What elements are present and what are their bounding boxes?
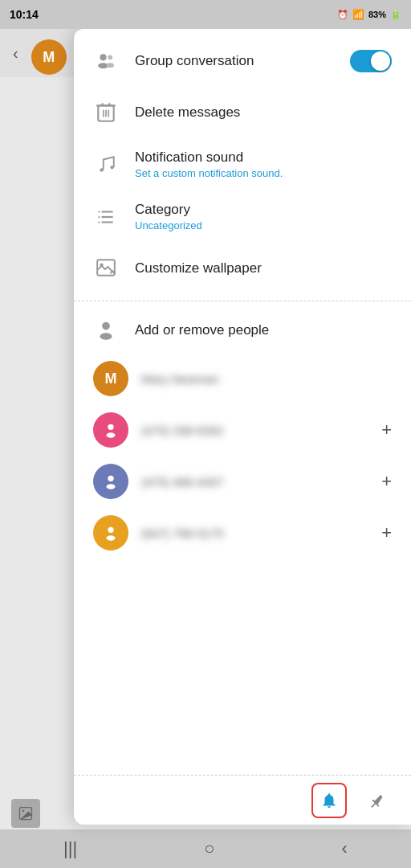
bottom-nav: ||| ○ ‹: [0, 829, 411, 868]
menu-item-group-conversation[interactable]: Group conversation: [74, 35, 411, 87]
category-label: Category: [135, 202, 392, 218]
nav-home-icon[interactable]: ○: [204, 838, 214, 859]
svg-point-26: [107, 535, 116, 540]
svg-point-22: [107, 432, 116, 437]
customize-wallpaper-label-block: Customize wallpaper: [135, 260, 392, 276]
svg-point-24: [107, 484, 116, 489]
music-note-icon: [93, 152, 119, 178]
svg-point-23: [108, 476, 113, 481]
svg-point-3: [107, 63, 114, 68]
status-time: 10:14: [10, 8, 39, 21]
trash-icon: [93, 100, 119, 125]
svg-point-20: [100, 333, 112, 340]
svg-point-0: [100, 54, 106, 60]
person-icon: [93, 317, 119, 343]
status-bar: 10:14 ⏰ 📶 83% 🔋: [0, 0, 411, 29]
group-icon: [93, 48, 119, 74]
person-phone: (647) 798-5175: [141, 526, 368, 540]
list-item[interactable]: (475) 466-4307 +: [74, 456, 411, 507]
nav-recent-icon[interactable]: |||: [63, 838, 77, 859]
svg-point-19: [102, 322, 110, 330]
bg-image-icon: [11, 799, 40, 828]
avatar: [93, 412, 128, 448]
svg-point-2: [108, 55, 112, 59]
wallpaper-icon: [93, 256, 119, 281]
battery-icon: 🔋: [390, 10, 401, 20]
group-conversation-toggle[interactable]: [350, 50, 392, 72]
category-sublabel: Uncategorized: [135, 219, 392, 231]
toggle-knob: [371, 51, 390, 71]
add-person-button[interactable]: +: [381, 420, 392, 440]
menu-item-notification-sound[interactable]: Notification sound Set a custom notifica…: [74, 138, 411, 190]
group-conversation-label-block: Group conversation: [135, 53, 334, 69]
pin-button[interactable]: [360, 783, 395, 818]
list-icon: [93, 204, 119, 230]
drawer-content: Group conversation Delete mess: [74, 29, 411, 775]
notification-sound-label-block: Notification sound Set a custom notifica…: [135, 149, 392, 179]
add-person-button[interactable]: +: [381, 522, 392, 543]
bg-back-arrow: ‹: [13, 44, 18, 63]
drawer-bottom-bar: [74, 775, 411, 825]
alarm-icon: ⏰: [337, 10, 348, 20]
divider-1: [74, 301, 411, 301]
list-item[interactable]: M Mary Newman: [74, 353, 411, 404]
person-phone: (475) 338-6362: [141, 424, 368, 437]
menu-item-category[interactable]: Category Uncategorized: [74, 190, 411, 243]
menu-item-delete-messages[interactable]: Delete messages: [74, 87, 411, 138]
signal-icon: 📶: [352, 9, 364, 20]
group-conversation-label: Group conversation: [135, 53, 334, 69]
menu-item-customize-wallpaper[interactable]: Customize wallpaper: [74, 243, 411, 294]
add-person-button[interactable]: +: [381, 471, 392, 492]
battery-percent: 83%: [368, 10, 386, 19]
svg-point-21: [108, 424, 113, 430]
person-phone: (475) 466-4307: [141, 475, 368, 489]
person-name: Mary Newman: [141, 372, 392, 386]
svg-point-18: [100, 264, 103, 267]
bell-button[interactable]: [311, 783, 347, 818]
list-item[interactable]: (475) 338-6362 +: [74, 404, 411, 456]
people-section-header[interactable]: Add or remove people: [74, 308, 411, 353]
delete-messages-label: Delete messages: [135, 104, 392, 121]
bg-avatar: M: [31, 39, 67, 75]
customize-wallpaper-label: Customize wallpaper: [135, 260, 392, 276]
nav-back-icon[interactable]: ‹: [342, 838, 348, 859]
avatar: M: [93, 361, 128, 396]
category-label-block: Category Uncategorized: [135, 202, 392, 231]
avatar: [93, 464, 128, 499]
delete-messages-label-block: Delete messages: [135, 104, 392, 121]
svg-point-25: [108, 527, 113, 533]
status-icons: ⏰ 📶 83% 🔋: [337, 9, 401, 20]
svg-point-28: [22, 810, 24, 813]
notification-sound-label: Notification sound: [135, 149, 392, 166]
add-remove-people-label: Add or remove people: [135, 322, 269, 338]
avatar: [93, 515, 128, 551]
list-item[interactable]: (647) 798-5175 +: [74, 507, 411, 559]
notification-sound-sublabel: Set a custom notification sound.: [135, 167, 392, 179]
drawer-panel: Group conversation Delete mess: [74, 29, 411, 825]
